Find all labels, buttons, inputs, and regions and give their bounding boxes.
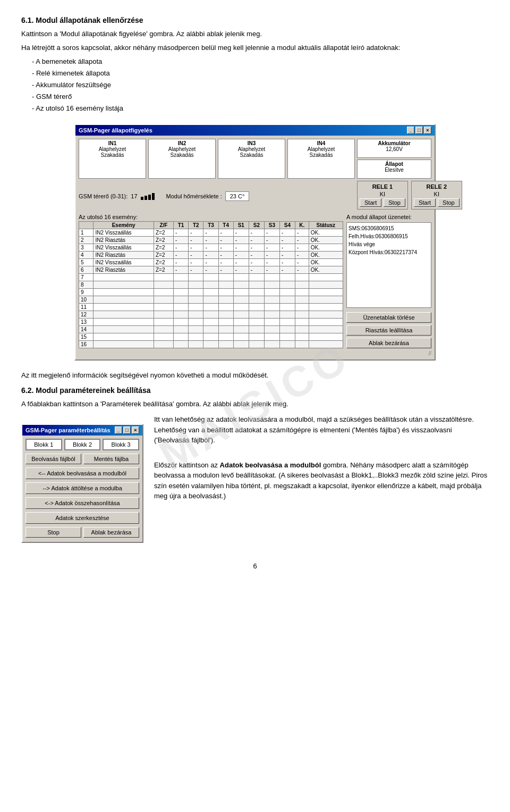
temp-label: Modul hőmérséklete : [166, 193, 222, 199]
gsm-bar-3 [148, 195, 151, 200]
feature-list: A bemenetek állapota Relé kimenetek álla… [32, 56, 489, 114]
rele2-status: KI [414, 191, 460, 197]
list-item: Relé kimenetek állapota [32, 68, 489, 79]
clear-messages-button[interactable]: Üzenetablak törlése [346, 312, 431, 323]
in2-val1: Alaphelyzet [151, 146, 213, 152]
blokk-row: Blokk 1 Blokk 2 Blokk 3 [26, 439, 139, 450]
params-body: Blokk 1 Blokk 2 Blokk 3 Beolvasás fájlbó… [22, 436, 142, 542]
akkumulator-label: Akkumulátor [360, 140, 429, 146]
in2-val2: Szakadás [151, 152, 213, 158]
gsm-bar-4 [152, 193, 155, 200]
para4: A főablakban kattintson a 'Paraméterek b… [21, 399, 489, 409]
write-to-module-button[interactable]: --> Adatok áttöltése a modulba [26, 482, 139, 494]
table-row: 6IN2 RiasztásZ=2---------OK. [79, 266, 343, 274]
params-title: GSM-Pager paraméterbeállítás [26, 427, 110, 433]
minimize-button[interactable]: _ [407, 127, 414, 134]
section-title: 6.1. Modul állapotának ellenőrzése [21, 16, 489, 24]
akkumulator-cell: Akkumulátor 12,60V [357, 139, 431, 158]
table-row: 2IN2 RiasztásZ=2---------OK. [79, 237, 343, 244]
in3-cell: IN3 Alaphelyzet Szakadás [218, 139, 285, 179]
params-close-window-button[interactable]: Ablak bezárása [83, 527, 139, 538]
akkumulator-value: 12,60V [360, 146, 429, 152]
para1: Kattintson a 'Modul állapotának figyelés… [21, 29, 489, 39]
params-window: GSM-Pager paraméterbeállítás _ □ × Blokk… [21, 424, 143, 543]
read-from-module-button[interactable]: <-- Adatok beolvasása a modulból [26, 467, 139, 479]
table-row: 12 [79, 311, 343, 319]
list-item: Akkumulátor feszültsége [32, 79, 489, 91]
col-esemeny: Esemény [94, 222, 154, 229]
col-s1: S1 [233, 222, 249, 229]
close-window-button[interactable]: Ablak bezárása [346, 338, 431, 348]
message-item: Központ Hívás:06302217374 [348, 248, 429, 256]
save-to-file-button[interactable]: Mentés fájlba [83, 454, 139, 464]
list-item: A bemenetek állapota [32, 56, 489, 68]
compare-button[interactable]: <-> Adatok összehasonlítása [26, 497, 139, 509]
table-row: 9 [79, 289, 343, 296]
right-para2: Először kattintson az Adatok beolvasása … [154, 460, 489, 501]
in2-label: IN2 [151, 140, 213, 146]
in2-cell: IN2 Alaphelyzet Szakadás [148, 139, 216, 179]
in4-val1: Alaphelyzet [290, 146, 352, 152]
col-s4: S4 [279, 222, 295, 229]
col-zf: Z/F [154, 222, 173, 229]
params-maximize-button[interactable]: □ [123, 426, 131, 434]
stop-alarm-button[interactable]: Riasztás leállítása [346, 325, 431, 336]
params-minimize-button[interactable]: _ [115, 426, 122, 434]
in4-cell: IN4 Alaphelyzet Szakadás [287, 139, 355, 179]
events-header-row: Esemény Z/F T1 T2 T3 T4 S1 S2 S3 S4 K. S… [79, 222, 343, 229]
rele2-stop-button[interactable]: Stop [438, 198, 460, 207]
table-row: 15 [79, 333, 343, 341]
col-s3: S3 [264, 222, 279, 229]
rele2-start-button[interactable]: Start [414, 198, 436, 207]
events-title: Az utolsó 16 esemény: [79, 214, 343, 220]
params-titlebar-buttons: _ □ × [115, 426, 139, 434]
rele2-box: RELE 2 KI Start Stop [411, 181, 462, 210]
in1-label: IN1 [81, 140, 143, 146]
para2: Ha létrejött a soros kapcsolat, akkor né… [21, 43, 489, 53]
table-row: 3IN2 VisszaállásZ=2---------OK. [79, 244, 343, 252]
in1-val2: Szakadás [81, 152, 143, 158]
maximize-button[interactable]: □ [415, 127, 423, 134]
para3: Az itt megjelenő információk segítségéve… [21, 370, 489, 381]
table-row: 13 [79, 319, 343, 326]
right-para1: Itt van lehetőség az adatok leolvasására… [154, 414, 489, 446]
table-row: 8 [79, 281, 343, 289]
params-close-button[interactable]: × [132, 426, 139, 434]
in1-cell: IN1 Alaphelyzet Szakadás [79, 139, 146, 179]
table-row: 1IN2 VisszaállásZ=2---------OK. [79, 229, 343, 237]
status-body: IN1 Alaphelyzet Szakadás IN2 Alaphelyzet… [75, 136, 435, 359]
col-s2: S2 [249, 222, 264, 229]
in1-val1: Alaphelyzet [81, 146, 143, 152]
rele1-box: RELE 1 KI Start Stop [357, 181, 408, 210]
col-t4: T4 [218, 222, 233, 229]
page-number: 6 [21, 562, 489, 570]
in4-val2: Szakadás [290, 152, 352, 158]
events-panel: Az utolsó 16 esemény: Esemény Z/F T1 T2 … [79, 214, 343, 348]
allapot-label: Állapot [360, 161, 429, 167]
status-title: GSM-Pager állapotfigyelés [79, 127, 152, 133]
col-t3: T3 [203, 222, 218, 229]
gsm-value: 17 [131, 193, 137, 199]
read-from-file-button[interactable]: Beolvasás fájlból [26, 454, 81, 464]
allapot-cell: Állapot Élesítve [357, 160, 431, 179]
col-num [79, 222, 94, 229]
main-content-area: Az utolsó 16 esemény: Esemény Z/F T1 T2 … [79, 214, 431, 348]
message-item: SMS:06306806915 [348, 224, 429, 232]
gsm-signal-bars [141, 193, 155, 200]
table-row: 11 [79, 304, 343, 311]
section2-title: 6.2. Modul paramétereinek beállítása [21, 386, 489, 395]
message-item: Felh.Hívás:06306806915 [348, 232, 429, 240]
section-bottom: GSM-Pager paraméterbeállítás _ □ × Blokk… [21, 414, 489, 553]
rele1-stop-button[interactable]: Stop [384, 198, 405, 207]
blokk2-field: Blokk 2 [64, 439, 101, 450]
stop-button[interactable]: Stop [26, 527, 81, 538]
rele1-start-button[interactable]: Start [360, 198, 381, 207]
messages-box: SMS:06306806915Felh.Hívás:06306806915Hív… [346, 222, 431, 308]
titlebar-buttons: _ □ × [407, 127, 431, 134]
rele2-title: RELE 2 [414, 183, 460, 190]
edit-button[interactable]: Adatok szerkesztése [26, 512, 139, 524]
params-titlebar: GSM-Pager paraméterbeállítás _ □ × [22, 425, 142, 436]
in4-label: IN4 [290, 140, 352, 146]
blokk3-field: Blokk 3 [103, 439, 139, 450]
close-button[interactable]: × [424, 127, 431, 134]
